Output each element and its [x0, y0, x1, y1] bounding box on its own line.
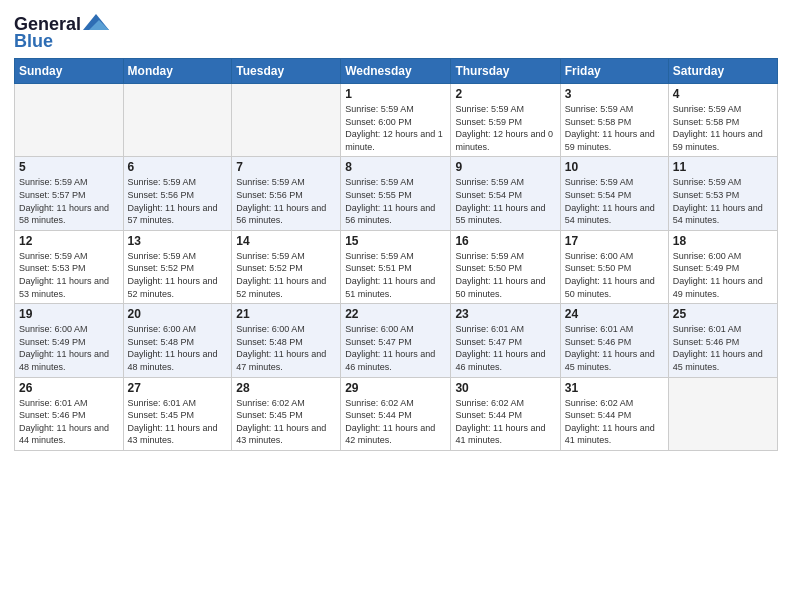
day-info: Sunrise: 6:00 AMSunset: 5:48 PMDaylight:… [128, 323, 228, 373]
day-cell: 4Sunrise: 5:59 AMSunset: 5:58 PMDaylight… [668, 84, 777, 157]
day-number: 6 [128, 160, 228, 174]
day-info: Sunrise: 6:00 AMSunset: 5:49 PMDaylight:… [673, 250, 773, 300]
day-number: 20 [128, 307, 228, 321]
day-number: 10 [565, 160, 664, 174]
day-info: Sunrise: 5:59 AMSunset: 6:00 PMDaylight:… [345, 103, 446, 153]
day-info: Sunrise: 6:02 AMSunset: 5:44 PMDaylight:… [345, 397, 446, 447]
day-info: Sunrise: 6:01 AMSunset: 5:46 PMDaylight:… [565, 323, 664, 373]
week-row-2: 5Sunrise: 5:59 AMSunset: 5:57 PMDaylight… [15, 157, 778, 230]
logo-icon [83, 12, 109, 34]
day-info: Sunrise: 6:01 AMSunset: 5:46 PMDaylight:… [19, 397, 119, 447]
day-number: 28 [236, 381, 336, 395]
day-cell: 16Sunrise: 5:59 AMSunset: 5:50 PMDayligh… [451, 230, 560, 303]
day-cell: 30Sunrise: 6:02 AMSunset: 5:44 PMDayligh… [451, 377, 560, 450]
day-number: 11 [673, 160, 773, 174]
day-cell: 2Sunrise: 5:59 AMSunset: 5:59 PMDaylight… [451, 84, 560, 157]
day-number: 16 [455, 234, 555, 248]
day-cell: 19Sunrise: 6:00 AMSunset: 5:49 PMDayligh… [15, 304, 124, 377]
day-number: 26 [19, 381, 119, 395]
day-info: Sunrise: 5:59 AMSunset: 5:52 PMDaylight:… [128, 250, 228, 300]
day-info: Sunrise: 6:01 AMSunset: 5:45 PMDaylight:… [128, 397, 228, 447]
day-info: Sunrise: 5:59 AMSunset: 5:54 PMDaylight:… [455, 176, 555, 226]
day-number: 18 [673, 234, 773, 248]
day-info: Sunrise: 6:02 AMSunset: 5:44 PMDaylight:… [565, 397, 664, 447]
day-info: Sunrise: 5:59 AMSunset: 5:52 PMDaylight:… [236, 250, 336, 300]
day-number: 2 [455, 87, 555, 101]
day-cell: 31Sunrise: 6:02 AMSunset: 5:44 PMDayligh… [560, 377, 668, 450]
day-info: Sunrise: 5:59 AMSunset: 5:58 PMDaylight:… [673, 103, 773, 153]
week-row-1: 1Sunrise: 5:59 AMSunset: 6:00 PMDaylight… [15, 84, 778, 157]
day-number: 23 [455, 307, 555, 321]
day-cell: 28Sunrise: 6:02 AMSunset: 5:45 PMDayligh… [232, 377, 341, 450]
weekday-header-saturday: Saturday [668, 59, 777, 84]
day-cell: 10Sunrise: 5:59 AMSunset: 5:54 PMDayligh… [560, 157, 668, 230]
day-info: Sunrise: 5:59 AMSunset: 5:58 PMDaylight:… [565, 103, 664, 153]
week-row-5: 26Sunrise: 6:01 AMSunset: 5:46 PMDayligh… [15, 377, 778, 450]
day-number: 27 [128, 381, 228, 395]
week-row-4: 19Sunrise: 6:00 AMSunset: 5:49 PMDayligh… [15, 304, 778, 377]
day-number: 30 [455, 381, 555, 395]
day-number: 25 [673, 307, 773, 321]
day-info: Sunrise: 6:01 AMSunset: 5:46 PMDaylight:… [673, 323, 773, 373]
day-number: 13 [128, 234, 228, 248]
header: General Blue [14, 10, 778, 52]
day-number: 17 [565, 234, 664, 248]
day-info: Sunrise: 6:02 AMSunset: 5:44 PMDaylight:… [455, 397, 555, 447]
day-info: Sunrise: 5:59 AMSunset: 5:51 PMDaylight:… [345, 250, 446, 300]
logo-blue-text: Blue [14, 31, 53, 52]
day-cell: 11Sunrise: 5:59 AMSunset: 5:53 PMDayligh… [668, 157, 777, 230]
day-cell [232, 84, 341, 157]
day-cell: 5Sunrise: 5:59 AMSunset: 5:57 PMDaylight… [15, 157, 124, 230]
day-cell: 3Sunrise: 5:59 AMSunset: 5:58 PMDaylight… [560, 84, 668, 157]
day-cell: 17Sunrise: 6:00 AMSunset: 5:50 PMDayligh… [560, 230, 668, 303]
day-number: 5 [19, 160, 119, 174]
day-cell: 18Sunrise: 6:00 AMSunset: 5:49 PMDayligh… [668, 230, 777, 303]
weekday-header-wednesday: Wednesday [341, 59, 451, 84]
day-number: 3 [565, 87, 664, 101]
weekday-header-tuesday: Tuesday [232, 59, 341, 84]
day-info: Sunrise: 5:59 AMSunset: 5:55 PMDaylight:… [345, 176, 446, 226]
day-info: Sunrise: 6:00 AMSunset: 5:50 PMDaylight:… [565, 250, 664, 300]
logo: General Blue [14, 14, 109, 52]
page: General Blue SundayMondayTuesdayWednesda… [0, 0, 792, 612]
day-info: Sunrise: 5:59 AMSunset: 5:59 PMDaylight:… [455, 103, 555, 153]
day-info: Sunrise: 5:59 AMSunset: 5:57 PMDaylight:… [19, 176, 119, 226]
day-cell: 20Sunrise: 6:00 AMSunset: 5:48 PMDayligh… [123, 304, 232, 377]
day-number: 8 [345, 160, 446, 174]
day-number: 14 [236, 234, 336, 248]
day-number: 7 [236, 160, 336, 174]
day-number: 21 [236, 307, 336, 321]
day-cell: 15Sunrise: 5:59 AMSunset: 5:51 PMDayligh… [341, 230, 451, 303]
day-cell [668, 377, 777, 450]
day-number: 12 [19, 234, 119, 248]
day-cell: 12Sunrise: 5:59 AMSunset: 5:53 PMDayligh… [15, 230, 124, 303]
day-cell: 13Sunrise: 5:59 AMSunset: 5:52 PMDayligh… [123, 230, 232, 303]
day-number: 22 [345, 307, 446, 321]
day-info: Sunrise: 5:59 AMSunset: 5:56 PMDaylight:… [236, 176, 336, 226]
day-cell: 27Sunrise: 6:01 AMSunset: 5:45 PMDayligh… [123, 377, 232, 450]
weekday-header-thursday: Thursday [451, 59, 560, 84]
weekday-header-monday: Monday [123, 59, 232, 84]
day-cell: 9Sunrise: 5:59 AMSunset: 5:54 PMDaylight… [451, 157, 560, 230]
weekday-header-row: SundayMondayTuesdayWednesdayThursdayFrid… [15, 59, 778, 84]
day-cell: 1Sunrise: 5:59 AMSunset: 6:00 PMDaylight… [341, 84, 451, 157]
weekday-header-friday: Friday [560, 59, 668, 84]
day-info: Sunrise: 5:59 AMSunset: 5:53 PMDaylight:… [19, 250, 119, 300]
day-info: Sunrise: 5:59 AMSunset: 5:53 PMDaylight:… [673, 176, 773, 226]
day-cell: 14Sunrise: 5:59 AMSunset: 5:52 PMDayligh… [232, 230, 341, 303]
week-row-3: 12Sunrise: 5:59 AMSunset: 5:53 PMDayligh… [15, 230, 778, 303]
day-info: Sunrise: 6:01 AMSunset: 5:47 PMDaylight:… [455, 323, 555, 373]
day-cell: 21Sunrise: 6:00 AMSunset: 5:48 PMDayligh… [232, 304, 341, 377]
day-cell: 26Sunrise: 6:01 AMSunset: 5:46 PMDayligh… [15, 377, 124, 450]
day-info: Sunrise: 5:59 AMSunset: 5:50 PMDaylight:… [455, 250, 555, 300]
day-number: 29 [345, 381, 446, 395]
day-info: Sunrise: 5:59 AMSunset: 5:56 PMDaylight:… [128, 176, 228, 226]
day-cell: 7Sunrise: 5:59 AMSunset: 5:56 PMDaylight… [232, 157, 341, 230]
day-cell: 22Sunrise: 6:00 AMSunset: 5:47 PMDayligh… [341, 304, 451, 377]
day-number: 19 [19, 307, 119, 321]
day-number: 4 [673, 87, 773, 101]
day-number: 9 [455, 160, 555, 174]
day-number: 24 [565, 307, 664, 321]
day-info: Sunrise: 6:02 AMSunset: 5:45 PMDaylight:… [236, 397, 336, 447]
day-cell: 8Sunrise: 5:59 AMSunset: 5:55 PMDaylight… [341, 157, 451, 230]
